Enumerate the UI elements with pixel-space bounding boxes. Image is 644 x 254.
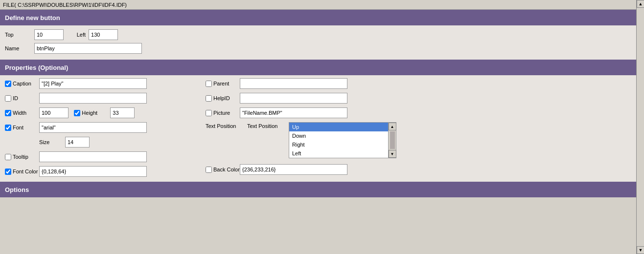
width-height-row: Width Height [5, 107, 191, 118]
scroll-down-btn[interactable]: ▼ [389, 150, 396, 158]
font-color-row: Font Color [5, 166, 191, 177]
parent-checkbox[interactable] [206, 81, 212, 87]
height-label-text: Height [82, 110, 97, 116]
top-input[interactable] [34, 29, 64, 40]
font-row: Font [5, 122, 191, 133]
height-checkbox-label[interactable]: Height [74, 110, 108, 116]
top-section: Top Left Name [0, 25, 636, 60]
helpid-label-text: HelpID [213, 95, 230, 101]
size-row: Size [5, 137, 191, 148]
content-area: Define new button Top Left Name Properti… [0, 10, 636, 197]
define-section-title: Define new button [5, 14, 60, 21]
top-left-row: Top Left [5, 29, 631, 40]
tooltip-checkbox[interactable] [5, 154, 11, 160]
parent-checkbox-label[interactable]: Parent [206, 81, 240, 87]
font-color-checkbox-label[interactable]: Font Color [5, 169, 39, 175]
picture-checkbox-label[interactable]: Picture [206, 110, 240, 116]
back-color-input[interactable] [240, 164, 347, 175]
options-section-header: Options [0, 182, 636, 197]
main-window: FILE( C:\SSRPWI\DOUBLES\RPWI1\IDF\IDF4.I… [0, 0, 644, 254]
font-input[interactable] [39, 122, 147, 133]
helpid-input[interactable] [240, 93, 347, 104]
caption-checkbox-label[interactable]: Caption [5, 81, 39, 87]
width-checkbox-label[interactable]: Width [5, 110, 39, 116]
text-position-row: Text Position Text Position Up Down Righ… [206, 122, 396, 158]
properties-section-header: Properties (Optional) [0, 60, 636, 75]
font-color-label-text: Font Color [13, 169, 38, 174]
picture-input[interactable] [240, 107, 347, 118]
text-position-label-text: Text Position [247, 122, 289, 129]
font-color-input[interactable] [39, 166, 147, 177]
name-input[interactable] [34, 43, 142, 54]
font-checkbox[interactable] [5, 125, 11, 131]
width-checkbox[interactable] [5, 110, 11, 116]
scroll-thumb [390, 131, 395, 149]
define-section-header: Define new button [0, 10, 636, 25]
name-row: Name [5, 43, 631, 54]
caption-label-text: Caption [13, 81, 31, 86]
title-bar-text: FILE( C:\SSRPWI\DOUBLES\RPWI1\IDF\IDF4.I… [3, 2, 127, 8]
dropdown-item-right[interactable]: Right [289, 140, 388, 149]
tooltip-row: Tooltip [5, 151, 191, 162]
parent-row: Parent [206, 78, 396, 89]
id-checkbox-label[interactable]: ID [5, 95, 39, 102]
main-scroll-up[interactable]: ▲ [637, 0, 644, 8]
left-column: Caption ID [5, 78, 191, 179]
id-label-text: ID [13, 95, 18, 101]
left-label: Left [77, 32, 86, 38]
text-position-items: Up Down Right Left [289, 123, 388, 158]
name-label: Name [5, 45, 34, 51]
title-bar: FILE( C:\SSRPWI\DOUBLES\RPWI1\IDF\IDF4.I… [0, 0, 644, 10]
width-label-text: Width [13, 110, 26, 116]
font-label-text: Font [13, 125, 23, 130]
font-color-checkbox[interactable] [5, 169, 11, 175]
width-input[interactable] [39, 107, 69, 118]
back-color-row: Back Color [206, 164, 396, 175]
text-position-label: Text Position [206, 122, 247, 129]
caption-input[interactable] [39, 78, 147, 89]
helpid-checkbox[interactable] [206, 95, 212, 102]
back-color-checkbox[interactable] [206, 167, 212, 173]
properties-section-title: Properties (Optional) [5, 64, 68, 71]
tooltip-input[interactable] [39, 151, 147, 162]
picture-label-text: Picture [213, 110, 230, 116]
font-checkbox-label[interactable]: Font [5, 125, 39, 131]
picture-row: Picture [206, 107, 396, 118]
options-section-title: Options [5, 186, 29, 193]
id-row: ID [5, 93, 191, 104]
id-checkbox[interactable] [5, 95, 11, 102]
size-label-text: Size [39, 139, 65, 145]
main-scroll-down[interactable]: ▼ [637, 246, 644, 254]
main-scrollbar[interactable]: ▲ ▼ [636, 0, 644, 254]
parent-label-text: Parent [213, 81, 229, 86]
helpid-row: HelpID [206, 93, 396, 104]
id-input[interactable] [39, 93, 147, 104]
helpid-checkbox-label[interactable]: HelpID [206, 95, 240, 102]
size-input[interactable] [65, 137, 90, 148]
caption-row: Caption [5, 78, 191, 89]
height-input[interactable] [110, 107, 135, 118]
back-color-label-text: Back Color [213, 167, 240, 172]
tooltip-label-text: Tooltip [13, 154, 28, 160]
dropdown-item-left[interactable]: Left [289, 149, 388, 158]
dropdown-item-up[interactable]: Up [289, 123, 388, 131]
text-position-dropdown[interactable]: Up Down Right Left ▲ ▼ [289, 122, 396, 158]
properties-columns: Caption ID [5, 78, 631, 179]
picture-checkbox[interactable] [206, 110, 212, 116]
scroll-up-btn[interactable]: ▲ [389, 123, 396, 130]
main-scroll-track [637, 8, 644, 246]
dropdown-item-down[interactable]: Down [289, 131, 388, 140]
left-input[interactable] [89, 29, 118, 40]
right-column: Parent HelpID [206, 78, 396, 179]
top-label: Top [5, 32, 34, 38]
dropdown-scrollbar[interactable]: ▲ ▼ [388, 123, 396, 158]
properties-section: Caption ID [0, 75, 636, 182]
height-checkbox[interactable] [74, 110, 80, 116]
parent-input[interactable] [240, 78, 347, 89]
tooltip-checkbox-label[interactable]: Tooltip [5, 154, 39, 160]
caption-checkbox[interactable] [5, 81, 11, 87]
back-color-checkbox-label[interactable]: Back Color [206, 167, 240, 173]
